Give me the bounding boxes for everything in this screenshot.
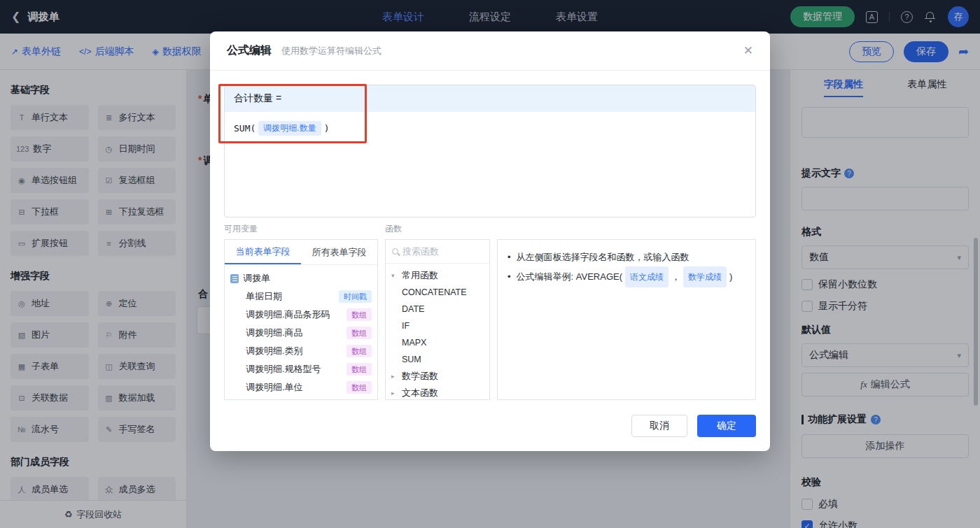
panel-labels: 可用变量 函数 <box>224 223 756 235</box>
function-mapx[interactable]: MAPX <box>391 334 484 351</box>
variable-type-badge: 数组 <box>346 345 372 357</box>
variable-name: 调拨明细.商品 <box>246 327 346 339</box>
modal-body: 合计数量 = SUM( 调拨明细.数量 ) 可用变量 函数 当前表单字段 所有表… <box>210 71 770 451</box>
function-group-label: 数学函数 <box>402 370 438 383</box>
function-group-label: 常用函数 <box>402 269 438 282</box>
variable-name: 调拨明细.规格型号 <box>246 363 346 376</box>
variable-type-badge: 数组 <box>346 308 372 321</box>
formula-field-token[interactable]: 调拨明细.数量 <box>258 121 321 136</box>
tip-text: 公式编辑举例: AVERAGE( <box>517 268 622 286</box>
tab-current-form-fields[interactable]: 当前表单字段 <box>225 240 301 264</box>
formula-edit-modal: 公式编辑 使用数学运算符编辑公式 ✕ 合计数量 = SUM( 调拨明细.数量 )… <box>210 31 770 451</box>
variable-name: 调拨明细.商品条形码 <box>246 308 346 321</box>
variable-type-badge: 数组 <box>346 363 372 376</box>
variable-name: 调拨明细.单位 <box>246 381 346 394</box>
variable-name: 单据日期 <box>246 290 339 303</box>
function-sum[interactable]: SUM <box>391 351 484 368</box>
function-group-label: 文本函数 <box>402 387 438 399</box>
formula-fn-close: ) <box>324 123 330 134</box>
function-group-math[interactable]: ▸数学函数 <box>391 368 484 385</box>
variable-row[interactable]: 调拨明细.规格型号数组 <box>230 360 372 378</box>
modal-title: 公式编辑 <box>227 43 272 58</box>
tip-line-1: 从左侧面板选择字段名和函数，或输入函数 <box>507 248 746 266</box>
formula-target-label: 合计数量 = <box>234 92 281 105</box>
tab-all-form-fields[interactable]: 所有表单字段 <box>301 240 377 264</box>
function-search[interactable] <box>386 240 489 264</box>
tip-line-2: 公式编辑举例: AVERAGE( 语文成绩 ， 数学成绩 ) <box>507 266 746 287</box>
function-group-common[interactable]: ▾常用函数 <box>391 267 484 284</box>
tip-text: 从左侧面板选择字段名和函数，或输入函数 <box>517 248 690 266</box>
variable-row[interactable]: 调拨明细.商品条形码数组 <box>230 306 372 324</box>
variable-type-badge: 数组 <box>346 327 372 339</box>
tree-root-label: 调拨单 <box>243 272 270 285</box>
variables-tree: 调拨单 单据日期时间戳 调拨明细.商品条形码数组 调拨明细.商品数组 调拨明细.… <box>225 265 377 399</box>
modal-subtitle: 使用数学运算符编辑公式 <box>281 45 382 57</box>
search-icon <box>392 248 398 255</box>
variable-name: 调拨明细.类别 <box>246 345 346 357</box>
formula-target-row: 合计数量 = <box>225 85 755 112</box>
formula-editor[interactable]: 合计数量 = SUM( 调拨明细.数量 ) <box>224 85 756 217</box>
chevron-right-icon: ▸ <box>391 373 398 380</box>
variable-row[interactable]: 调拨明细.类别数组 <box>230 342 372 360</box>
variable-row[interactable]: 调拨明细.商品数组 <box>230 324 372 342</box>
function-date[interactable]: DATE <box>391 301 484 317</box>
functions-panel: ▾常用函数 CONCATENATE DATE IF MAPX SUM ▸数学函数… <box>385 239 490 400</box>
formula-fn-open: SUM( <box>234 123 255 134</box>
variable-row[interactable]: 调拨明细.单位数组 <box>230 378 372 397</box>
app: ❮ 调拨单 表单设计 流程设定 表单设置 数据管理 A ? 存 ↗表单外链 </… <box>0 0 980 528</box>
modal-footer: 取消 确定 <box>224 415 756 451</box>
example-field-token: 语文成绩 <box>625 266 668 287</box>
variable-type-badge: 时间戳 <box>339 290 372 303</box>
variable-row[interactable]: 单据日期时间戳 <box>230 287 372 306</box>
tips-panel: 从左侧面板选择字段名和函数，或输入函数 公式编辑举例: AVERAGE( 语文成… <box>497 239 756 400</box>
tip-text: ， <box>671 268 680 286</box>
variables-label: 可用变量 <box>224 223 385 235</box>
chevron-right-icon: ▸ <box>391 390 398 397</box>
form-doc-icon <box>230 274 239 283</box>
modal-header: 公式编辑 使用数学运算符编辑公式 ✕ <box>210 31 770 71</box>
function-group-text[interactable]: ▸文本函数 <box>391 385 484 399</box>
function-concatenate[interactable]: CONCATENATE <box>391 284 484 301</box>
confirm-button[interactable]: 确定 <box>697 415 756 437</box>
tree-root-form[interactable]: 调拨单 <box>230 269 372 287</box>
chevron-down-icon: ▾ <box>391 272 398 279</box>
function-if[interactable]: IF <box>391 317 484 334</box>
panels-row: 当前表单字段 所有表单字段 调拨单 单据日期时间戳 调拨明细.商品条形码数组 调… <box>224 239 756 400</box>
variables-tabs: 当前表单字段 所有表单字段 <box>225 240 377 265</box>
variables-panel: 当前表单字段 所有表单字段 调拨单 单据日期时间戳 调拨明细.商品条形码数组 调… <box>224 239 378 400</box>
function-search-input[interactable] <box>402 246 483 257</box>
variable-type-badge: 数组 <box>346 381 372 394</box>
example-field-token: 数学成绩 <box>683 266 727 287</box>
tip-text: ) <box>729 268 732 286</box>
functions-tree: ▾常用函数 CONCATENATE DATE IF MAPX SUM ▸数学函数… <box>386 264 489 399</box>
close-icon[interactable]: ✕ <box>743 43 753 58</box>
formula-expression[interactable]: SUM( 调拨明细.数量 ) <box>225 112 755 145</box>
functions-label: 函数 <box>385 223 402 235</box>
cancel-button[interactable]: 取消 <box>631 415 687 437</box>
